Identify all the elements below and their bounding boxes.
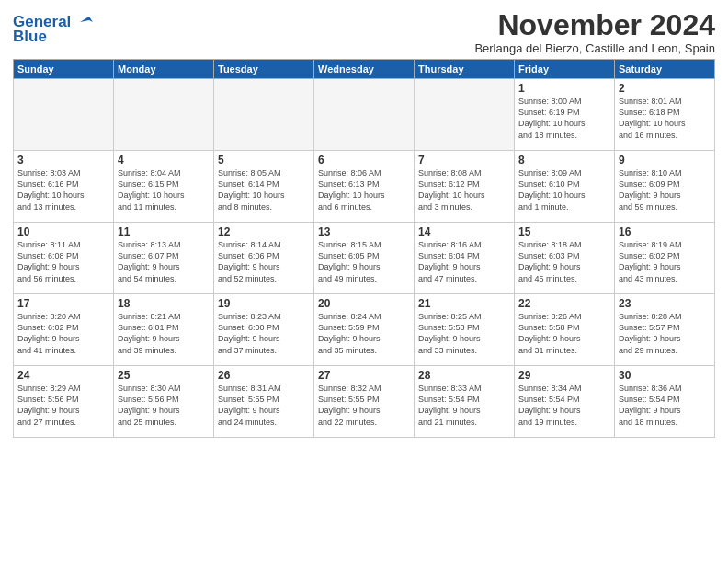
day-number: 7: [418, 154, 510, 167]
day-cell: [314, 79, 415, 151]
day-info: Sunrise: 8:20 AM Sunset: 6:02 PM Dayligh…: [17, 311, 109, 356]
day-info: Sunrise: 8:36 AM Sunset: 5:54 PM Dayligh…: [619, 383, 711, 428]
day-cell: 7Sunrise: 8:08 AM Sunset: 6:12 PM Daylig…: [415, 151, 515, 223]
col-header-wednesday: Wednesday: [314, 60, 415, 79]
day-cell: 21Sunrise: 8:25 AM Sunset: 5:58 PM Dayli…: [415, 294, 515, 366]
day-number: 20: [318, 297, 410, 310]
day-info: Sunrise: 8:28 AM Sunset: 5:57 PM Dayligh…: [619, 311, 711, 356]
day-info: Sunrise: 8:21 AM Sunset: 6:01 PM Dayligh…: [118, 311, 210, 356]
day-info: Sunrise: 8:10 AM Sunset: 6:09 PM Dayligh…: [619, 167, 711, 213]
day-cell: 16Sunrise: 8:19 AM Sunset: 6:02 PM Dayli…: [615, 223, 715, 294]
day-info: Sunrise: 8:26 AM Sunset: 5:58 PM Dayligh…: [518, 311, 610, 356]
col-header-friday: Friday: [515, 60, 615, 79]
day-number: 3: [17, 154, 109, 167]
day-cell: 11Sunrise: 8:13 AM Sunset: 6:07 PM Dayli…: [114, 223, 214, 294]
day-cell: 15Sunrise: 8:18 AM Sunset: 6:03 PM Dayli…: [515, 223, 615, 294]
page: General Blue November 2024 Berlanga del …: [0, 0, 728, 443]
day-cell: 17Sunrise: 8:20 AM Sunset: 6:02 PM Dayli…: [14, 294, 114, 366]
col-header-saturday: Saturday: [615, 60, 715, 79]
day-cell: 14Sunrise: 8:16 AM Sunset: 6:04 PM Dayli…: [415, 223, 515, 294]
day-info: Sunrise: 8:00 AM Sunset: 6:19 PM Dayligh…: [518, 96, 610, 141]
day-number: 13: [318, 225, 410, 238]
day-info: Sunrise: 8:09 AM Sunset: 6:10 PM Dayligh…: [518, 167, 610, 213]
day-cell: [14, 79, 114, 151]
day-number: 8: [518, 154, 610, 167]
day-number: 22: [518, 297, 610, 310]
day-number: 1: [518, 82, 610, 95]
day-info: Sunrise: 8:24 AM Sunset: 5:59 PM Dayligh…: [318, 311, 410, 356]
day-number: 26: [218, 369, 310, 382]
col-header-sunday: Sunday: [14, 60, 114, 79]
day-info: Sunrise: 8:34 AM Sunset: 5:54 PM Dayligh…: [518, 383, 610, 428]
header: General Blue November 2024 Berlanga del …: [13, 9, 715, 55]
day-cell: 12Sunrise: 8:14 AM Sunset: 6:06 PM Dayli…: [214, 223, 314, 294]
day-number: 27: [318, 369, 410, 382]
calendar-table: SundayMondayTuesdayWednesdayThursdayFrid…: [13, 59, 715, 438]
day-number: 29: [518, 369, 610, 382]
day-info: Sunrise: 8:05 AM Sunset: 6:14 PM Dayligh…: [218, 167, 310, 213]
day-number: 14: [418, 225, 510, 238]
day-number: 30: [619, 369, 711, 382]
day-number: 19: [218, 297, 310, 310]
month-title: November 2024: [474, 9, 715, 41]
day-number: 21: [418, 297, 510, 310]
col-header-thursday: Thursday: [415, 60, 515, 79]
day-cell: 5Sunrise: 8:05 AM Sunset: 6:14 PM Daylig…: [214, 151, 314, 223]
day-cell: 2Sunrise: 8:01 AM Sunset: 6:18 PM Daylig…: [615, 79, 715, 151]
day-cell: 30Sunrise: 8:36 AM Sunset: 5:54 PM Dayli…: [615, 366, 715, 438]
day-cell: 29Sunrise: 8:34 AM Sunset: 5:54 PM Dayli…: [515, 366, 615, 438]
day-cell: 24Sunrise: 8:29 AM Sunset: 5:56 PM Dayli…: [14, 366, 114, 438]
day-info: Sunrise: 8:01 AM Sunset: 6:18 PM Dayligh…: [619, 96, 711, 141]
day-number: 24: [17, 369, 109, 382]
day-cell: 10Sunrise: 8:11 AM Sunset: 6:08 PM Dayli…: [14, 223, 114, 294]
day-number: 18: [118, 297, 210, 310]
day-info: Sunrise: 8:32 AM Sunset: 5:55 PM Dayligh…: [318, 383, 410, 428]
col-header-monday: Monday: [114, 60, 214, 79]
day-number: 25: [118, 369, 210, 382]
day-cell: 8Sunrise: 8:09 AM Sunset: 6:10 PM Daylig…: [515, 151, 615, 223]
day-cell: 3Sunrise: 8:03 AM Sunset: 6:16 PM Daylig…: [14, 151, 114, 223]
day-info: Sunrise: 8:19 AM Sunset: 6:02 PM Dayligh…: [619, 239, 711, 284]
day-info: Sunrise: 8:14 AM Sunset: 6:06 PM Dayligh…: [218, 239, 310, 284]
day-info: Sunrise: 8:08 AM Sunset: 6:12 PM Dayligh…: [418, 167, 510, 213]
day-cell: 22Sunrise: 8:26 AM Sunset: 5:58 PM Dayli…: [515, 294, 615, 366]
day-number: 6: [318, 154, 410, 167]
logo: General Blue: [13, 13, 97, 46]
day-info: Sunrise: 8:16 AM Sunset: 6:04 PM Dayligh…: [418, 239, 510, 284]
day-number: 28: [418, 369, 510, 382]
week-row-2: 3Sunrise: 8:03 AM Sunset: 6:16 PM Daylig…: [14, 151, 715, 223]
week-row-5: 24Sunrise: 8:29 AM Sunset: 5:56 PM Dayli…: [14, 366, 715, 438]
day-info: Sunrise: 8:13 AM Sunset: 6:07 PM Dayligh…: [118, 239, 210, 284]
day-info: Sunrise: 8:33 AM Sunset: 5:54 PM Dayligh…: [418, 383, 510, 428]
day-cell: 18Sunrise: 8:21 AM Sunset: 6:01 PM Dayli…: [114, 294, 214, 366]
day-cell: 13Sunrise: 8:15 AM Sunset: 6:05 PM Dayli…: [314, 223, 415, 294]
logo-bird-icon: [73, 13, 97, 31]
day-cell: 19Sunrise: 8:23 AM Sunset: 6:00 PM Dayli…: [214, 294, 314, 366]
day-number: 2: [619, 82, 711, 95]
day-number: 17: [17, 297, 109, 310]
col-header-tuesday: Tuesday: [214, 60, 314, 79]
day-cell: 1Sunrise: 8:00 AM Sunset: 6:19 PM Daylig…: [515, 79, 615, 151]
day-number: 4: [118, 154, 210, 167]
day-info: Sunrise: 8:30 AM Sunset: 5:56 PM Dayligh…: [118, 383, 210, 428]
day-info: Sunrise: 8:06 AM Sunset: 6:13 PM Dayligh…: [318, 167, 410, 213]
day-info: Sunrise: 8:11 AM Sunset: 6:08 PM Dayligh…: [17, 239, 109, 284]
day-info: Sunrise: 8:15 AM Sunset: 6:05 PM Dayligh…: [318, 239, 410, 284]
day-number: 5: [218, 154, 310, 167]
day-cell: [114, 79, 214, 151]
day-number: 16: [619, 225, 711, 238]
day-info: Sunrise: 8:03 AM Sunset: 6:16 PM Dayligh…: [17, 167, 109, 213]
day-number: 12: [218, 225, 310, 238]
day-number: 9: [619, 154, 711, 167]
week-row-1: 1Sunrise: 8:00 AM Sunset: 6:19 PM Daylig…: [14, 79, 715, 151]
day-cell: 27Sunrise: 8:32 AM Sunset: 5:55 PM Dayli…: [314, 366, 415, 438]
week-row-3: 10Sunrise: 8:11 AM Sunset: 6:08 PM Dayli…: [14, 223, 715, 294]
day-info: Sunrise: 8:18 AM Sunset: 6:03 PM Dayligh…: [518, 239, 610, 284]
day-cell: 20Sunrise: 8:24 AM Sunset: 5:59 PM Dayli…: [314, 294, 415, 366]
day-cell: 4Sunrise: 8:04 AM Sunset: 6:15 PM Daylig…: [114, 151, 214, 223]
day-number: 15: [518, 225, 610, 238]
day-cell: [415, 79, 515, 151]
day-info: Sunrise: 8:25 AM Sunset: 5:58 PM Dayligh…: [418, 311, 510, 356]
day-cell: 26Sunrise: 8:31 AM Sunset: 5:55 PM Dayli…: [214, 366, 314, 438]
day-info: Sunrise: 8:31 AM Sunset: 5:55 PM Dayligh…: [218, 383, 310, 428]
